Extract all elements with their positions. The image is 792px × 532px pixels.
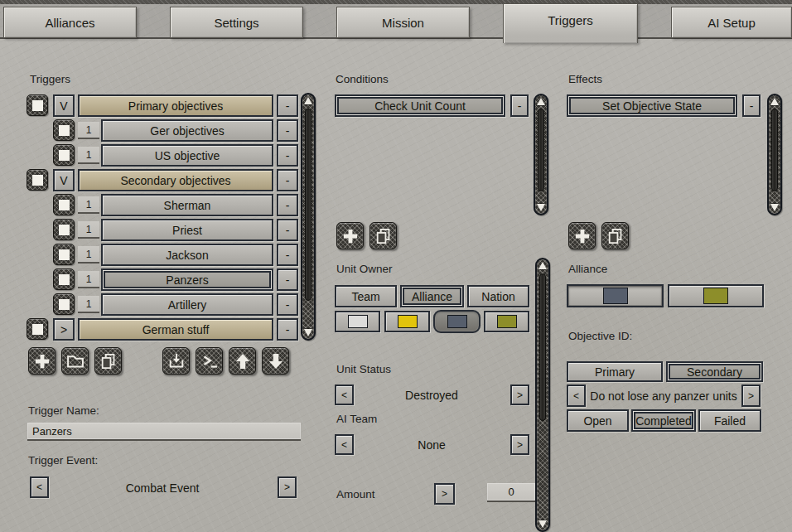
duplicate-condition-button[interactable] xyxy=(369,222,397,249)
scroll-down-icon[interactable] xyxy=(304,329,312,336)
trigger-name-item[interactable]: Priest xyxy=(101,219,273,241)
objective-state-failed-button[interactable]: Failed xyxy=(698,409,761,432)
trigger-name-input[interactable] xyxy=(27,423,301,441)
move-up-button[interactable] xyxy=(229,347,256,375)
alliance-olive-button[interactable] xyxy=(668,284,764,307)
trigger-enabled-checkbox[interactable] xyxy=(53,244,75,265)
owner-mode-team-button[interactable]: Team xyxy=(335,285,397,307)
remove-trigger-button[interactable]: - xyxy=(277,144,298,167)
scroll-up-icon[interactable] xyxy=(538,262,547,269)
ai-team-next-button[interactable]: > xyxy=(510,434,529,455)
scroll-down-icon[interactable] xyxy=(537,204,545,211)
remove-trigger-button[interactable]: - xyxy=(277,194,298,216)
objective-next-button[interactable]: > xyxy=(741,384,761,407)
tab-alliances[interactable]: Alliances xyxy=(3,7,137,38)
trigger-group-name[interactable]: German stuff xyxy=(78,318,273,341)
trigger-name-item[interactable]: US objective xyxy=(101,144,273,167)
trigger-event-prev-button[interactable]: < xyxy=(30,476,49,498)
trigger-name-item[interactable]: Sherman xyxy=(101,194,273,216)
remove-effect-button[interactable]: - xyxy=(742,94,761,117)
add-condition-button[interactable] xyxy=(336,222,364,249)
remove-trigger-button[interactable]: - xyxy=(277,94,298,117)
objective-prev-button[interactable]: < xyxy=(567,384,586,407)
remove-trigger-button[interactable]: - xyxy=(277,318,298,341)
scrollbar-thumb[interactable] xyxy=(305,109,311,301)
scroll-down-icon[interactable] xyxy=(770,204,779,211)
remove-trigger-button[interactable]: - xyxy=(277,268,298,291)
trigger-group-name[interactable]: Secondary objectives xyxy=(78,169,273,191)
owner-color-white-button[interactable] xyxy=(335,311,380,332)
trigger-enabled-checkbox[interactable] xyxy=(53,144,75,166)
tab-settings[interactable]: Settings xyxy=(170,7,303,38)
effect-item[interactable]: Set Objective State xyxy=(567,94,737,117)
objective-secondary-button[interactable]: Secondary xyxy=(666,361,763,382)
owner-mode-alliance-button[interactable]: Alliance xyxy=(400,285,464,307)
new-group-button[interactable] xyxy=(61,347,89,375)
trigger-enabled-checkbox[interactable] xyxy=(53,219,75,240)
condition-item[interactable]: Check Unit Count xyxy=(335,94,505,117)
remove-trigger-button[interactable]: - xyxy=(277,119,298,142)
trigger-name-item[interactable]: Artillery xyxy=(101,293,273,316)
remove-trigger-button[interactable]: - xyxy=(277,244,298,266)
triggers-scrollbar[interactable] xyxy=(301,93,316,341)
scroll-down-icon[interactable] xyxy=(538,520,547,528)
alliance-slate-button-selected[interactable] xyxy=(567,284,664,307)
scroll-up-icon[interactable] xyxy=(537,98,545,105)
effects-list-scrollbar[interactable] xyxy=(767,94,782,215)
trigger-count-field[interactable] xyxy=(78,296,99,313)
import-trigger-button[interactable] xyxy=(162,347,190,375)
ai-team-prev-button[interactable]: < xyxy=(335,434,354,455)
trigger-name-item[interactable]: Ger objectives xyxy=(101,119,273,142)
group-collapse-button[interactable]: V xyxy=(53,94,75,117)
amount-input[interactable] xyxy=(487,483,535,502)
tab-triggers[interactable]: Triggers xyxy=(503,3,638,43)
move-down-button[interactable] xyxy=(262,347,289,375)
trigger-count-field[interactable] xyxy=(78,246,99,264)
scrollbar-thumb[interactable] xyxy=(538,109,544,191)
owner-color-yellow-button[interactable] xyxy=(384,311,430,332)
scroll-up-icon[interactable] xyxy=(304,97,312,104)
trigger-count-field[interactable] xyxy=(78,271,99,288)
tab-ai-setup[interactable]: AI Setup xyxy=(671,7,792,38)
add-effect-button[interactable] xyxy=(568,222,596,249)
trigger-count-field[interactable] xyxy=(78,221,99,239)
unit-status-prev-button[interactable]: < xyxy=(335,384,354,405)
group-collapse-button[interactable]: V xyxy=(53,169,75,191)
remove-trigger-button[interactable]: - xyxy=(277,219,298,241)
conditions-list-scrollbar[interactable] xyxy=(534,94,548,215)
trigger-enabled-checkbox[interactable] xyxy=(27,169,48,191)
trigger-enabled-checkbox[interactable] xyxy=(27,94,48,116)
scrollbar-thumb[interactable] xyxy=(539,273,546,421)
owner-color-olive-button[interactable] xyxy=(484,311,529,332)
condition-detail-scrollbar[interactable] xyxy=(535,258,550,532)
trigger-count-field[interactable] xyxy=(78,196,99,214)
trigger-event-next-button[interactable]: > xyxy=(278,476,297,498)
remove-condition-button[interactable]: - xyxy=(510,94,529,117)
trigger-enabled-checkbox[interactable] xyxy=(27,318,48,340)
trigger-count-field[interactable] xyxy=(78,122,99,139)
remove-trigger-button[interactable]: - xyxy=(277,293,298,316)
objective-state-open-button[interactable]: Open xyxy=(567,409,629,432)
amount-next-button[interactable]: > xyxy=(434,483,455,505)
objective-primary-button[interactable]: Primary xyxy=(567,361,663,382)
script-button[interactable] xyxy=(196,347,223,375)
scroll-up-icon[interactable] xyxy=(770,98,779,105)
trigger-enabled-checkbox[interactable] xyxy=(53,293,75,315)
owner-mode-nation-button[interactable]: Nation xyxy=(467,285,529,307)
trigger-name-item[interactable]: Jackson xyxy=(101,244,273,266)
objective-state-completed-button[interactable]: Completed xyxy=(631,409,696,432)
trigger-name-item-selected[interactable]: Panzers xyxy=(101,268,273,291)
unit-status-next-button[interactable]: > xyxy=(510,384,529,405)
duplicate-trigger-button[interactable] xyxy=(94,347,122,375)
remove-trigger-button[interactable]: - xyxy=(277,169,298,191)
trigger-enabled-checkbox[interactable] xyxy=(53,194,75,215)
tab-mission[interactable]: Mission xyxy=(336,7,470,38)
scrollbar-thumb[interactable] xyxy=(771,109,778,191)
trigger-enabled-checkbox[interactable] xyxy=(53,268,75,290)
trigger-group-name[interactable]: Primary objectives xyxy=(78,94,273,117)
trigger-count-field[interactable] xyxy=(78,147,99,164)
group-expand-button[interactable]: > xyxy=(53,318,75,341)
duplicate-effect-button[interactable] xyxy=(601,222,629,249)
owner-color-slate-button-selected[interactable] xyxy=(433,310,481,333)
add-trigger-button[interactable] xyxy=(28,347,56,375)
